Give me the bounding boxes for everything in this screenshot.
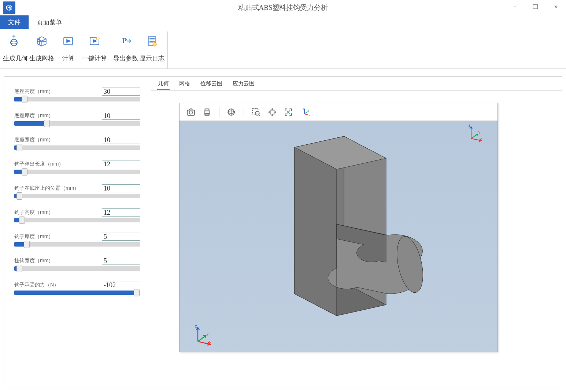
param-row: 底座宽度（mm） <box>14 136 140 150</box>
pan-icon[interactable] <box>267 107 278 118</box>
param-row: 挂钩宽度（mm） <box>14 257 140 271</box>
param-slider[interactable] <box>14 145 140 150</box>
menubar: 文件 页面菜单 <box>0 15 566 29</box>
window-controls: − ✕ <box>504 0 566 13</box>
page-menu-tab[interactable]: 页面菜单 <box>29 16 70 29</box>
compute-button[interactable]: 计算 <box>55 32 81 69</box>
view-tab-网格[interactable]: 网格 <box>178 79 191 90</box>
ribbon-label: 一键计算 <box>82 54 107 63</box>
svg-text:z: z <box>195 324 197 328</box>
main-view: 几何网格位移云图应力云图 zyx <box>151 77 562 388</box>
param-input[interactable] <box>102 257 140 265</box>
param-slider[interactable] <box>14 266 140 271</box>
generate-mesh-button[interactable]: 生成网格 <box>29 32 55 69</box>
titlebar: 粘贴式ABS塑料挂钩受力分析 − ✕ <box>0 0 566 15</box>
svg-text:x: x <box>481 137 482 141</box>
svg-point-1 <box>11 39 17 46</box>
param-input[interactable] <box>102 208 140 217</box>
param-input[interactable] <box>102 136 140 144</box>
view-tab-几何[interactable]: 几何 <box>157 79 170 90</box>
slider-thumb[interactable] <box>22 96 27 103</box>
param-slider[interactable] <box>14 242 140 247</box>
print-icon[interactable] <box>201 107 212 118</box>
param-label: 底座高度（mm） <box>14 88 53 95</box>
workspace: 底座高度（mm）底座厚度（mm）底座宽度（mm）钩子伸出长度（mm）钩子在底座上… <box>0 69 566 392</box>
param-slider[interactable] <box>14 97 140 101</box>
slider-thumb[interactable] <box>19 217 25 224</box>
param-slider[interactable] <box>14 121 140 126</box>
sphere-icon[interactable] <box>226 107 237 118</box>
ribbon-label: 生成几何 <box>3 54 28 63</box>
svg-point-10 <box>189 111 193 114</box>
svg-text:x: x <box>309 114 310 117</box>
slider-thumb[interactable] <box>24 241 30 248</box>
main-panel: 底座高度（mm）底座厚度（mm）底座宽度（mm）钩子伸出长度（mm）钩子在底座上… <box>4 76 562 388</box>
param-slider[interactable] <box>14 218 140 222</box>
slider-thumb[interactable] <box>16 144 22 151</box>
ribbon-group-output: P 导出参数 显示日志 <box>110 32 168 69</box>
ribbon-label: 导出参数 <box>113 54 138 63</box>
ribbon: 生成几何 生成网格 计算 一键计算 P 导出参数 显示日志 <box>0 29 566 69</box>
svg-point-2 <box>11 41 17 44</box>
maximize-button[interactable] <box>525 0 545 13</box>
param-input[interactable] <box>102 112 140 120</box>
axis-xyz-icon[interactable]: zyx <box>299 107 314 118</box>
zoom-select-icon[interactable] <box>251 107 262 118</box>
param-row: 底座厚度（mm） <box>14 112 140 126</box>
param-input[interactable] <box>102 184 140 192</box>
param-row: 钩子承受的力（N） <box>14 281 140 295</box>
close-button[interactable]: ✕ <box>545 0 566 13</box>
geometry-model <box>240 125 437 338</box>
slider-thumb[interactable] <box>16 192 22 200</box>
file-menu[interactable]: 文件 <box>0 15 29 29</box>
param-slider[interactable] <box>14 170 140 174</box>
minimize-button[interactable]: − <box>504 0 525 13</box>
param-label: 钩子厚度（mm） <box>14 233 53 240</box>
one-click-compute-button[interactable]: 一键计算 <box>81 32 108 69</box>
window-title: 粘贴式ABS塑料挂钩受力分析 <box>238 3 328 12</box>
param-label: 底座厚度（mm） <box>14 112 53 119</box>
view-tabs: 几何网格位移云图应力云图 <box>151 79 562 90</box>
svg-text:y: y <box>207 331 209 336</box>
svg-text:y: y <box>478 130 480 134</box>
param-input[interactable] <box>102 281 140 289</box>
svg-rect-0 <box>533 4 537 9</box>
svg-text:x: x <box>209 339 211 344</box>
ribbon-label: 生成网格 <box>29 54 54 63</box>
geometry-canvas[interactable]: zyx <box>179 103 498 352</box>
param-label: 挂钩宽度（mm） <box>14 258 53 264</box>
app-logo-icon <box>3 1 15 14</box>
param-row: 钩子在底座上的位置（mm） <box>14 184 140 198</box>
canvas-wrap: zyx <box>151 90 562 388</box>
camera-icon[interactable] <box>185 107 196 118</box>
param-input[interactable] <box>102 160 140 168</box>
slider-thumb[interactable] <box>22 168 27 175</box>
view-tab-应力云图[interactable]: 应力云图 <box>232 79 255 90</box>
svg-text:y: y <box>308 108 310 111</box>
svg-point-5 <box>96 37 99 40</box>
svg-text:z: z <box>469 124 470 127</box>
param-slider[interactable] <box>14 291 140 295</box>
app-window: 粘贴式ABS塑料挂钩受力分析 − ✕ 文件 页面菜单 生成几何 生成网格 计算 <box>0 0 566 392</box>
param-row: 钩子伸出长度（mm） <box>14 160 140 174</box>
generate-geometry-button[interactable]: 生成几何 <box>2 32 29 69</box>
param-input[interactable] <box>102 233 140 241</box>
show-log-button[interactable]: 显示日志 <box>139 32 165 69</box>
param-label: 底座宽度（mm） <box>14 137 53 143</box>
param-label: 钩子伸出长度（mm） <box>14 161 64 167</box>
axis-indicator-icon: z y x <box>191 324 213 346</box>
param-slider[interactable] <box>14 194 140 198</box>
canvas-toolbar: zyx <box>180 103 497 121</box>
view-tab-位移云图[interactable]: 位移云图 <box>200 79 223 90</box>
param-input[interactable] <box>102 88 140 96</box>
slider-thumb[interactable] <box>44 120 50 127</box>
axis-orientation-icon: z y x <box>466 124 484 142</box>
slider-thumb[interactable] <box>16 265 22 272</box>
param-label: 钩子高度（mm） <box>14 209 53 216</box>
ribbon-label: 计算 <box>62 54 74 63</box>
fit-icon[interactable] <box>283 107 294 118</box>
slider-thumb[interactable] <box>134 289 140 296</box>
export-params-button[interactable]: P 导出参数 <box>112 32 139 69</box>
ribbon-label: 显示日志 <box>140 54 164 63</box>
param-row: 钩子高度（mm） <box>14 208 140 222</box>
